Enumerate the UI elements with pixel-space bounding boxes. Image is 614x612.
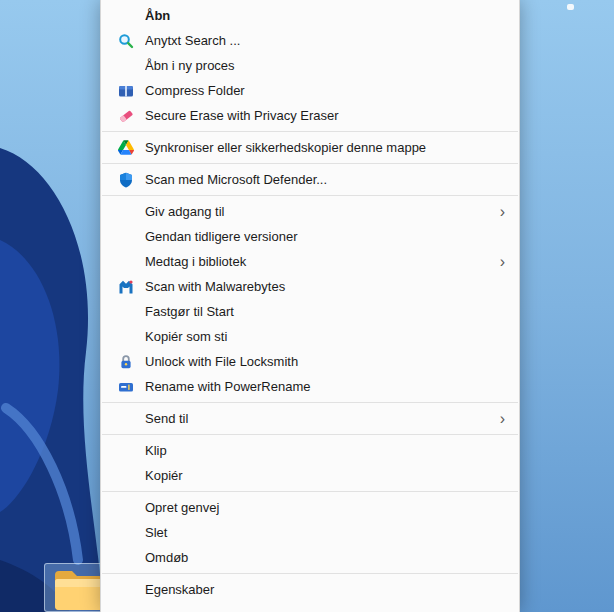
empty-icon-slot (117, 499, 135, 517)
menu-item-send-to[interactable]: Send til › (101, 406, 519, 431)
menu-item-anytxt-search[interactable]: Anytxt Search ... (101, 28, 519, 53)
menu-item-file-locksmith[interactable]: Unlock with File Locksmith (101, 349, 519, 374)
menu-item-label: Åbn (145, 8, 505, 23)
empty-icon-slot (117, 581, 135, 599)
menu-item-give-access[interactable]: Giv adgang til › (101, 199, 519, 224)
menu-item-pin-to-start[interactable]: Fastgør til Start (101, 299, 519, 324)
menu-item-label: Åbn i ny proces (145, 58, 505, 73)
menu-item-label: Compress Folder (145, 83, 505, 98)
malwarebytes-icon (117, 278, 135, 296)
empty-icon-slot (117, 303, 135, 321)
menu-separator (102, 573, 518, 574)
defender-shield-icon (117, 171, 135, 189)
menu-separator (102, 402, 518, 403)
menu-item-label: Omdøb (145, 550, 505, 565)
empty-icon-slot (117, 410, 135, 428)
compress-folder-icon (117, 82, 135, 100)
menu-item-label: Unlock with File Locksmith (145, 354, 505, 369)
powerrename-icon (117, 378, 135, 396)
menu-item-label: Send til (145, 411, 492, 426)
menu-item-rename[interactable]: Omdøb (101, 545, 519, 570)
menu-item-label: Anytxt Search ... (145, 33, 505, 48)
context-menu: Åbn Anytxt Search ... Åbn i ny proces Co… (100, 0, 520, 612)
menu-separator (102, 491, 518, 492)
lock-icon (117, 353, 135, 371)
menu-item-label: Gendan tidligere versioner (145, 229, 505, 244)
folder-icon (53, 568, 105, 612)
menu-item-create-shortcut[interactable]: Opret genvej (101, 495, 519, 520)
menu-item-cut[interactable]: Klip (101, 438, 519, 463)
menu-item-label: Synkroniser eller sikkerhedskopier denne… (145, 140, 505, 155)
menu-item-label: Slet (145, 525, 505, 540)
menu-item-label: Medtag i bibliotek (145, 254, 492, 269)
privacy-eraser-icon (117, 107, 135, 125)
empty-icon-slot (117, 7, 135, 25)
desktop-icon-dot (567, 4, 574, 10)
menu-separator (102, 434, 518, 435)
menu-item-label: Fastgør til Start (145, 304, 505, 319)
menu-separator (102, 163, 518, 164)
menu-item-label: Kopiér (145, 468, 505, 483)
empty-icon-slot (117, 549, 135, 567)
menu-item-drive-sync[interactable]: Synkroniser eller sikkerhedskopier denne… (101, 135, 519, 160)
menu-item-label: Egenskaber (145, 582, 505, 597)
menu-item-properties[interactable]: Egenskaber (101, 577, 519, 602)
empty-icon-slot (117, 467, 135, 485)
menu-item-restore-versions[interactable]: Gendan tidligere versioner (101, 224, 519, 249)
menu-item-label: Klip (145, 443, 505, 458)
submenu-arrow-icon: › (492, 411, 505, 427)
empty-icon-slot (117, 442, 135, 460)
menu-item-include-in-library[interactable]: Medtag i bibliotek › (101, 249, 519, 274)
empty-icon-slot (117, 57, 135, 75)
menu-item-label: Secure Erase with Privacy Eraser (145, 108, 505, 123)
menu-item-label: Kopiér som sti (145, 329, 505, 344)
menu-item-label: Opret genvej (145, 500, 505, 515)
menu-item-label: Giv adgang til (145, 204, 492, 219)
menu-item-label: Scan with Malwarebytes (145, 279, 505, 294)
submenu-arrow-icon: › (492, 254, 505, 270)
menu-item-open-new-process[interactable]: Åbn i ny proces (101, 53, 519, 78)
menu-item-copy-as-path[interactable]: Kopiér som sti (101, 324, 519, 349)
menu-item-copy[interactable]: Kopiér (101, 463, 519, 488)
menu-item-malwarebytes-scan[interactable]: Scan with Malwarebytes (101, 274, 519, 299)
menu-separator (102, 195, 518, 196)
empty-icon-slot (117, 203, 135, 221)
empty-icon-slot (117, 328, 135, 346)
empty-icon-slot (117, 228, 135, 246)
menu-item-powerrename[interactable]: Rename with PowerRename (101, 374, 519, 399)
menu-item-defender-scan[interactable]: Scan med Microsoft Defender... (101, 167, 519, 192)
menu-item-delete[interactable]: Slet (101, 520, 519, 545)
menu-item-label: Rename with PowerRename (145, 379, 505, 394)
menu-item-compress-folder[interactable]: Compress Folder (101, 78, 519, 103)
empty-icon-slot (117, 524, 135, 542)
menu-item-secure-erase[interactable]: Secure Erase with Privacy Eraser (101, 103, 519, 128)
empty-icon-slot (117, 253, 135, 271)
google-drive-icon (117, 139, 135, 157)
menu-item-open[interactable]: Åbn (101, 3, 519, 28)
submenu-arrow-icon: › (492, 204, 505, 220)
menu-item-label: Scan med Microsoft Defender... (145, 172, 505, 187)
menu-separator (102, 131, 518, 132)
anytxt-search-icon (117, 32, 135, 50)
